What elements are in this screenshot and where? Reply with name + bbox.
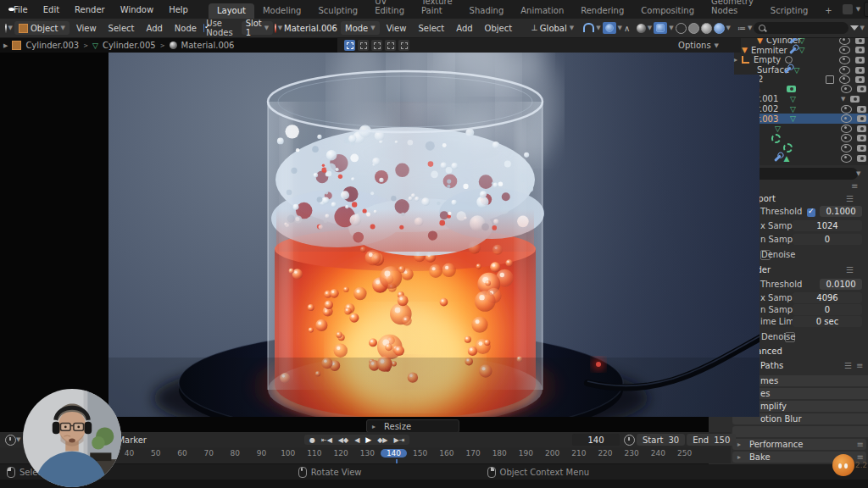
hide-viewport-icon[interactable] (841, 105, 852, 114)
drag-handle-icon[interactable]: ≡ (851, 181, 857, 191)
tab-sculpting[interactable]: Sculpting (309, 3, 366, 19)
tab-layout[interactable]: Layout (209, 3, 254, 19)
select-invert-icon[interactable] (385, 40, 396, 51)
ruler-tick[interactable]: 240 (645, 449, 671, 458)
preset-menu-icon[interactable]: ☰ (846, 194, 853, 203)
editor-type-icon[interactable] (5, 24, 7, 33)
prev-keyframe-button[interactable]: ◀◆ (336, 436, 351, 444)
ruler-tick[interactable]: 220 (592, 449, 618, 458)
ruler-tick[interactable]: 160 (433, 449, 459, 458)
modifier-wrench-icon[interactable] (774, 154, 781, 161)
shader-menu-node[interactable]: Node (170, 24, 202, 33)
disable-render-icon[interactable] (850, 96, 860, 103)
select-menu[interactable]: Select (413, 24, 449, 33)
hide-viewport-icon[interactable] (841, 154, 852, 163)
ruler-tick[interactable]: 230 (619, 449, 645, 458)
ruler-tick[interactable]: 70 (196, 449, 222, 458)
chevron-down-icon[interactable]: ▼ (856, 6, 860, 13)
chevron-down-icon[interactable]: ▼ (841, 96, 845, 103)
panel-film[interactable]: ≡ (732, 426, 868, 437)
object-menu[interactable]: Object (480, 24, 518, 33)
viewport-render[interactable] (108, 53, 760, 417)
tab-shading[interactable]: Shading (461, 3, 513, 19)
preset-menu-icon[interactable]: ☰ (844, 361, 851, 370)
tab-animation[interactable]: Animation (512, 3, 572, 19)
shading-material-icon[interactable] (701, 23, 712, 34)
ruler-tick[interactable]: 110 (301, 449, 327, 458)
tab-scripting[interactable]: Scripting (762, 3, 816, 19)
ruler-tick[interactable]: 80 (222, 449, 248, 458)
tab-geometry-nodes[interactable]: Geometry Nodes (703, 0, 762, 19)
disable-render-icon[interactable] (857, 86, 866, 92)
shader-menu-add[interactable]: Add (141, 24, 167, 33)
shading-solid-icon[interactable] (688, 23, 699, 34)
disable-render-icon[interactable] (857, 155, 866, 162)
hide-viewport-icon[interactable] (841, 134, 852, 142)
add-menu[interactable]: Add (451, 24, 477, 33)
light-paths-header[interactable]: Paths (760, 361, 783, 370)
ruler-tick[interactable]: 40 (116, 449, 142, 458)
ruler-tick[interactable]: 140 (381, 449, 407, 458)
tab-add-workspace[interactable]: + (816, 3, 840, 19)
chevron-down-icon[interactable]: ▼ (860, 25, 865, 31)
select-extend-icon[interactable] (358, 40, 369, 51)
panel-performance[interactable]: ▸Performance≡ (732, 439, 866, 450)
menu-render[interactable]: Render (68, 5, 112, 14)
material-name[interactable]: Material.006 (284, 24, 337, 33)
hide-viewport-icon[interactable] (841, 85, 852, 93)
chevron-down-icon[interactable]: ▼ (8, 25, 13, 31)
chevron-down-icon[interactable]: ▼ (748, 25, 752, 31)
outliner-display-icon[interactable]: ≔ (737, 24, 746, 33)
max-samples-value[interactable]: 1024 (793, 220, 862, 231)
ruler-tick[interactable]: 60 (169, 449, 195, 458)
breadcrumb-material[interactable]: Material.006 (181, 41, 235, 50)
hide-viewport-icon[interactable] (839, 75, 850, 84)
disable-render-icon[interactable] (855, 47, 865, 53)
ruler-tick[interactable]: 180 (487, 449, 513, 458)
shader-mode-dropdown[interactable]: Object▼ (14, 21, 70, 35)
snap-icon[interactable] (583, 23, 594, 34)
ruler-tick[interactable]: 210 (565, 449, 592, 458)
breadcrumb-data[interactable]: Cylinder.005 (103, 41, 156, 50)
shading-rendered-icon[interactable] (714, 23, 725, 34)
hide-viewport-icon[interactable] (839, 46, 850, 54)
ruler-tick[interactable]: 170 (459, 449, 486, 458)
shader-menu-view[interactable]: View (71, 24, 102, 33)
disable-render-icon[interactable] (857, 145, 866, 152)
scene-icon[interactable] (843, 4, 853, 14)
operator-panel-resize[interactable]: ▸ Resize (366, 419, 459, 433)
frame-start-field[interactable]: Start 30 (637, 434, 685, 446)
slot-dropdown[interactable]: Slot 1▼ (242, 21, 274, 35)
chevron-down-icon[interactable]: ▼ (648, 25, 652, 31)
chevron-down-icon[interactable]: ▼ (278, 25, 282, 31)
menu-edit[interactable]: Edit (36, 5, 66, 14)
ruler-tick[interactable]: 90 (248, 449, 275, 458)
select-new-icon[interactable] (344, 40, 355, 51)
chevron-down-icon[interactable]: ▼ (596, 25, 600, 31)
time-limit-value[interactable]: 0 sec (793, 316, 862, 327)
options-dropdown[interactable]: Options▼ (678, 41, 719, 50)
next-keyframe-button[interactable]: ◆▶ (375, 436, 390, 444)
auto-keying-icon[interactable] (624, 435, 635, 446)
preset-menu-icon[interactable]: ☰ (846, 265, 853, 274)
hide-viewport-icon[interactable] (841, 114, 852, 123)
hide-viewport-icon[interactable] (839, 66, 850, 75)
disable-render-icon[interactable] (857, 106, 866, 113)
disable-render-icon[interactable] (857, 125, 866, 132)
ruler-tick[interactable]: 200 (539, 449, 565, 458)
playhead[interactable] (396, 459, 398, 463)
select-intersect-icon[interactable] (398, 40, 409, 51)
frame-end-field[interactable]: End 150 (687, 434, 736, 446)
outliner-row[interactable]: ▸ Empty (734, 55, 868, 65)
max-samples-value[interactable]: 4096 (793, 292, 862, 303)
disable-render-icon[interactable] (855, 67, 865, 74)
ruler-tick[interactable]: 130 (354, 449, 381, 458)
orientation-dropdown[interactable]: ⟂Global▼ (527, 21, 578, 35)
tab-rendering[interactable]: Rendering (572, 3, 632, 19)
overlays-icon[interactable] (637, 24, 646, 33)
min-samples-value[interactable]: 0 (793, 234, 862, 245)
shading-wireframe-icon[interactable] (676, 23, 687, 34)
min-samples-value[interactable]: 0 (793, 304, 862, 315)
chevron-down-icon[interactable]: ▼ (856, 170, 860, 177)
chevron-down-icon[interactable]: ▼ (16, 436, 20, 443)
